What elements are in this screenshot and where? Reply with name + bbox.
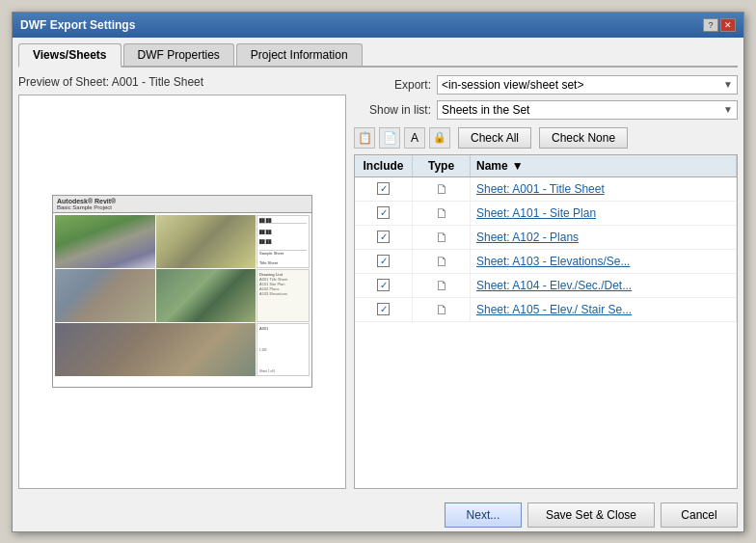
sheet-type-icon: 🗋: [435, 181, 448, 197]
show-in-list-arrow: ▼: [723, 104, 733, 115]
sheets-table: Include Type Name ▼ 🗋Sheet: A001 - Title…: [354, 154, 738, 489]
preview-photo-1: [55, 215, 155, 268]
table-row: 🗋Sheet: A102 - Plans: [355, 226, 737, 250]
toolbar-icon-text[interactable]: A: [404, 127, 425, 149]
preview-photo-3: [55, 269, 155, 322]
sheet-type-icon: 🗋: [435, 230, 448, 245]
name-cell[interactable]: Sheet: A001 - Title Sheet: [471, 177, 737, 201]
include-cell[interactable]: [355, 177, 413, 201]
dialog-window: DWF Export Settings ? ✕ Views/Sheets DWF…: [12, 12, 744, 532]
preview-photo-2: [156, 215, 256, 268]
tab-bar: Views/Sheets DWF Properties Project Info…: [18, 43, 738, 68]
window-title: DWF Export Settings: [20, 18, 135, 32]
export-label: Export:: [354, 78, 431, 92]
include-cell[interactable]: [355, 250, 413, 273]
left-panel: Preview of Sheet: A001 - Title Sheet Aut…: [18, 75, 346, 489]
next-button[interactable]: Next...: [445, 502, 522, 528]
table-row: 🗋Sheet: A105 - Elev./ Stair Se...: [355, 298, 737, 322]
export-dropdown-arrow: ▼: [723, 79, 733, 90]
sheet-preview: Autodesk® Revit® Basic Sample Project ██…: [52, 195, 312, 388]
include-checkbox[interactable]: [377, 255, 390, 267]
sheet-type-icon: 🗋: [435, 302, 448, 317]
preview-label: Preview of Sheet: A001 - Title Sheet: [18, 75, 346, 89]
include-checkbox[interactable]: [377, 303, 390, 315]
table-row: 🗋Sheet: A103 - Elevations/Se...: [355, 250, 737, 274]
type-cell: 🗋: [413, 250, 471, 273]
check-all-button[interactable]: Check All: [458, 127, 531, 149]
col-type: Type: [413, 155, 471, 176]
include-cell[interactable]: [355, 298, 413, 321]
table-row: 🗋Sheet: A101 - Site Plan: [355, 202, 737, 226]
include-checkbox[interactable]: [377, 279, 390, 291]
type-cell: 🗋: [413, 202, 471, 225]
col-name: Name ▼: [471, 155, 737, 176]
sheet-type-icon: 🗋: [435, 278, 448, 293]
export-row: Export: <in-session view/sheet set> ▼: [354, 75, 738, 95]
include-cell[interactable]: [355, 202, 413, 225]
cancel-button[interactable]: Cancel: [661, 502, 738, 528]
preview-titleblock-2: A001 1:100 Sheet 1 of 6: [256, 323, 310, 376]
sort-arrow: ▼: [512, 159, 524, 173]
sheet-type-icon: 🗋: [435, 205, 448, 221]
show-in-list-label: Show in list:: [354, 103, 431, 117]
tab-project-information[interactable]: Project Information: [236, 43, 363, 66]
toolbar-row: 📋 📄 A 🔒 Check All Check None: [354, 127, 738, 149]
include-cell[interactable]: [355, 226, 413, 249]
export-dropdown-value: <in-session view/sheet set>: [442, 78, 583, 92]
tab-dwf-properties[interactable]: DWF Properties: [123, 43, 234, 66]
dialog-content: Views/Sheets DWF Properties Project Info…: [13, 38, 743, 495]
sheet-type-icon: 🗋: [435, 254, 448, 269]
table-header: Include Type Name ▼: [355, 155, 737, 177]
table-row: 🗋Sheet: A001 - Title Sheet: [355, 177, 737, 202]
type-cell: 🗋: [413, 226, 471, 249]
title-bar: DWF Export Settings ? ✕: [13, 13, 743, 38]
main-area: Preview of Sheet: A001 - Title Sheet Aut…: [18, 75, 738, 489]
include-checkbox[interactable]: [377, 182, 390, 195]
preview-box: Autodesk® Revit® Basic Sample Project ██…: [18, 95, 346, 489]
include-cell[interactable]: [355, 274, 413, 297]
show-in-list-dropdown[interactable]: Sheets in the Set ▼: [437, 100, 738, 120]
toolbar-icon-new[interactable]: 📄: [379, 127, 400, 149]
preview-photo-5: [55, 323, 256, 376]
right-panel: Export: <in-session view/sheet set> ▼ Sh…: [354, 75, 738, 489]
type-cell: 🗋: [413, 298, 471, 321]
save-set-close-button[interactable]: Save Set & Close: [527, 502, 655, 528]
include-checkbox[interactable]: [377, 206, 390, 219]
preview-notes: Drawing List A001 Title Sheet A101 Site …: [256, 269, 310, 322]
tab-views-sheets[interactable]: Views/Sheets: [18, 43, 122, 68]
name-cell[interactable]: Sheet: A105 - Elev./ Stair Se...: [471, 298, 737, 321]
type-cell: 🗋: [413, 274, 471, 297]
name-cell[interactable]: Sheet: A104 - Elev./Sec./Det...: [471, 274, 737, 297]
name-cell[interactable]: Sheet: A103 - Elevations/Se...: [471, 250, 737, 273]
close-button[interactable]: ✕: [720, 18, 736, 32]
check-none-button[interactable]: Check None: [539, 127, 628, 149]
show-in-list-value: Sheets in the Set: [442, 103, 529, 117]
toolbar-icon-copy[interactable]: 📋: [354, 127, 375, 149]
export-dropdown[interactable]: <in-session view/sheet set> ▼: [437, 75, 738, 95]
name-cell[interactable]: Sheet: A102 - Plans: [471, 226, 737, 249]
toolbar-icon-lock[interactable]: 🔒: [429, 127, 450, 149]
sheet-header-text: Autodesk® Revit® Basic Sample Project: [53, 196, 311, 213]
show-in-list-row: Show in list: Sheets in the Set ▼: [354, 100, 738, 120]
preview-photo-4: [156, 269, 256, 322]
bottom-bar: Next... Save Set & Close Cancel: [13, 495, 743, 531]
type-cell: 🗋: [413, 177, 471, 201]
include-checkbox[interactable]: [377, 231, 390, 243]
help-button[interactable]: ?: [703, 18, 718, 32]
name-cell[interactable]: Sheet: A101 - Site Plan: [471, 202, 737, 225]
title-controls: ? ✕: [703, 18, 736, 32]
col-include: Include: [355, 155, 413, 176]
preview-titleblock: ██ ██ ██ ██ ██ ██ Sample Sheet Title She…: [256, 215, 310, 268]
table-body: 🗋Sheet: A001 - Title Sheet🗋Sheet: A101 -…: [355, 177, 737, 322]
table-row: 🗋Sheet: A104 - Elev./Sec./Det...: [355, 274, 737, 298]
